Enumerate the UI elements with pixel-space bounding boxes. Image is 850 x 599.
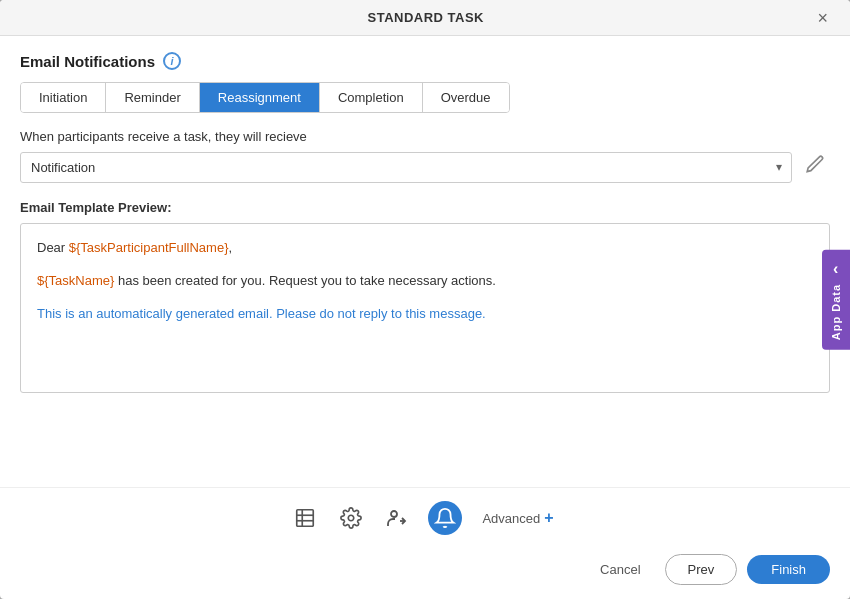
- svg-point-5: [391, 511, 397, 517]
- svg-point-4: [349, 515, 355, 521]
- email-notifications-title: Email Notifications: [20, 53, 155, 70]
- gear-icon: [340, 507, 362, 529]
- app-data-panel[interactable]: ‹ App Data: [822, 249, 850, 349]
- tab-completion[interactable]: Completion: [320, 83, 423, 112]
- email-preview-box: Dear ${TaskParticipantFullName}, ${TaskN…: [20, 223, 830, 393]
- email-line-2: ${TaskName} has been created for you. Re…: [37, 271, 813, 292]
- cancel-button[interactable]: Cancel: [586, 555, 654, 584]
- app-data-panel-container: ‹ App Data: [822, 249, 850, 349]
- tab-overdue[interactable]: Overdue: [423, 83, 509, 112]
- advanced-button[interactable]: Advanced +: [474, 505, 561, 531]
- template-var-participant: ${TaskParticipantFullName}: [69, 240, 229, 255]
- section-title-row: Email Notifications i: [20, 52, 830, 70]
- finish-button[interactable]: Finish: [747, 555, 830, 584]
- prev-button[interactable]: Prev: [665, 554, 738, 585]
- info-icon[interactable]: i: [163, 52, 181, 70]
- svg-rect-0: [297, 510, 314, 527]
- users-reassign-icon: [386, 506, 410, 530]
- tab-reassignment[interactable]: Reassignment: [200, 83, 320, 112]
- tab-reminder[interactable]: Reminder: [106, 83, 199, 112]
- bell-icon: [434, 507, 456, 529]
- advanced-plus-icon: +: [544, 509, 553, 527]
- modal: STANDARD TASK × Email Notifications i In…: [0, 0, 850, 599]
- settings-icon-button[interactable]: [334, 501, 368, 535]
- template-var-taskname: ${TaskName}: [37, 273, 114, 288]
- pencil-icon: [804, 154, 826, 176]
- select-row: Notification Email None ▾: [20, 150, 830, 184]
- notification-label: When participants receive a task, they w…: [20, 129, 830, 144]
- footer-icons-row: Advanced +: [0, 487, 850, 544]
- edit-template-button[interactable]: [800, 150, 830, 184]
- email-line-3: This is an automatically generated email…: [37, 304, 813, 325]
- tabs-container: Initiation Reminder Reassignment Complet…: [20, 82, 510, 113]
- email-line-1: Dear ${TaskParticipantFullName},: [37, 238, 813, 259]
- email-auto-text: This is an automatically generated email…: [37, 306, 486, 321]
- table-icon: [294, 507, 316, 529]
- footer-actions-row: Cancel Prev Finish: [0, 544, 850, 599]
- modal-body: Email Notifications i Initiation Reminde…: [0, 36, 850, 487]
- modal-header: STANDARD TASK ×: [0, 0, 850, 36]
- app-data-label: App Data: [830, 283, 842, 339]
- notification-icon-button[interactable]: [428, 501, 462, 535]
- app-data-arrow-icon: ‹: [833, 259, 839, 277]
- template-preview-label: Email Template Preview:: [20, 200, 830, 215]
- close-button[interactable]: ×: [811, 7, 834, 29]
- table-icon-button[interactable]: [288, 501, 322, 535]
- modal-title: STANDARD TASK: [40, 10, 811, 25]
- advanced-label: Advanced: [482, 511, 540, 526]
- users-icon-button[interactable]: [380, 500, 416, 536]
- tab-initiation[interactable]: Initiation: [21, 83, 106, 112]
- notification-select-wrapper: Notification Email None ▾: [20, 152, 792, 183]
- modal-overlay: STANDARD TASK × Email Notifications i In…: [0, 0, 850, 599]
- notification-select[interactable]: Notification Email None: [20, 152, 792, 183]
